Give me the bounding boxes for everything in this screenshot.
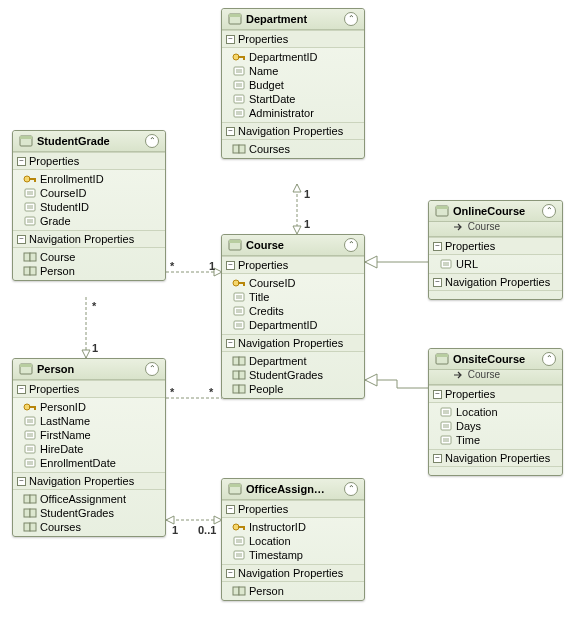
collapse-minus-icon[interactable]: − [226,569,235,578]
entity-header[interactable]: OnlineCourse⌃ [429,201,562,222]
navprop-row[interactable]: Department [222,354,364,368]
section-navprops-header[interactable]: −Navigation Properties [13,230,165,248]
property-row[interactable]: DepartmentID [222,318,364,332]
collapse-minus-icon[interactable]: − [17,385,26,394]
collapse-minus-icon[interactable]: − [433,278,442,287]
property-row[interactable]: LastName [13,414,165,428]
section-navprops-header[interactable]: −Navigation Properties [222,564,364,582]
entity-onsitecourse[interactable]: OnsiteCourse⌃ Course−PropertiesLocationD… [428,348,563,476]
section-navprops-header[interactable]: −Navigation Properties [13,472,165,490]
navprop-row[interactable]: People [222,382,364,396]
property-row[interactable]: Credits [222,304,364,318]
collapse-icon[interactable]: ⌃ [145,362,159,376]
section-navprops-header[interactable]: −Navigation Properties [222,122,364,140]
entity-header[interactable]: OnsiteCourse⌃ [429,349,562,370]
navprop-row[interactable]: Courses [222,142,364,156]
entity-onlinecourse[interactable]: OnlineCourse⌃ Course−PropertiesURL−Navig… [428,200,563,300]
property-row[interactable]: StartDate [222,92,364,106]
entity-officeassignment[interactable]: OfficeAssign…⌃−PropertiesInstructorIDLoc… [221,478,365,601]
section-properties-header[interactable]: −Properties [222,500,364,518]
entity-studentgrade[interactable]: StudentGrade⌃−PropertiesEnrollmentIDCour… [12,130,166,281]
property-row[interactable]: Grade [13,214,165,228]
navprop-label: Courses [40,521,81,533]
collapse-icon[interactable]: ⌃ [542,204,556,218]
property-row[interactable]: Budget [222,78,364,92]
navprop-row[interactable]: Person [222,584,364,598]
property-row[interactable]: URL [429,257,562,271]
collapse-minus-icon[interactable]: − [226,505,235,514]
property-row[interactable]: Administrator [222,106,364,120]
property-label: Budget [249,79,284,91]
property-row[interactable]: EnrollmentID [13,172,165,186]
property-row[interactable]: Days [429,419,562,433]
section-properties-header[interactable]: −Properties [429,237,562,255]
property-row[interactable]: PersonID [13,400,165,414]
svg-rect-52 [20,364,32,367]
entity-header[interactable]: OfficeAssign…⌃ [222,479,364,500]
property-label: Location [456,406,498,418]
section-navprops-header[interactable]: −Navigation Properties [429,449,562,467]
navprop-row[interactable]: Course [13,250,165,264]
navprop-icon [23,521,37,533]
entity-course[interactable]: Course⌃−PropertiesCourseIDTitleCreditsDe… [221,234,365,399]
navprop-row[interactable]: Courses [13,520,165,534]
collapse-minus-icon[interactable]: − [226,127,235,136]
property-row[interactable]: Location [222,534,364,548]
section-properties-header[interactable]: −Properties [222,256,364,274]
property-row[interactable]: CourseID [13,186,165,200]
property-row[interactable]: StudentID [13,200,165,214]
section-properties-header[interactable]: −Properties [13,380,165,398]
section-properties-label: Properties [238,33,288,45]
entity-header[interactable]: Course⌃ [222,235,364,256]
collapse-minus-icon[interactable]: − [17,477,26,486]
collapse-minus-icon[interactable]: − [17,157,26,166]
section-properties-header[interactable]: −Properties [13,152,165,170]
property-row[interactable]: InstructorID [222,520,364,534]
property-icon [232,535,246,547]
collapse-minus-icon[interactable]: − [433,242,442,251]
mult-person-course-left: * [170,386,174,398]
navprop-row[interactable]: StudentGrades [222,368,364,382]
section-navprops-label: Navigation Properties [238,125,343,137]
navprop-row[interactable]: StudentGrades [13,506,165,520]
collapse-minus-icon[interactable]: − [226,35,235,44]
properties-list: EnrollmentIDCourseIDStudentIDGrade [13,170,165,230]
entity-header[interactable]: Department⌃ [222,9,364,30]
section-properties-header[interactable]: −Properties [222,30,364,48]
collapse-minus-icon[interactable]: − [226,261,235,270]
property-row[interactable]: Time [429,433,562,447]
entity-title: OfficeAssign… [246,483,340,495]
collapse-minus-icon[interactable]: − [433,390,442,399]
collapse-minus-icon[interactable]: − [226,339,235,348]
property-row[interactable]: Name [222,64,364,78]
collapse-icon[interactable]: ⌃ [344,238,358,252]
section-navprops-header[interactable]: −Navigation Properties [222,334,364,352]
collapse-icon[interactable]: ⌃ [145,134,159,148]
property-icon [439,406,453,418]
property-row[interactable]: Location [429,405,562,419]
entity-header[interactable]: StudentGrade⌃ [13,131,165,152]
collapse-icon[interactable]: ⌃ [344,12,358,26]
property-row[interactable]: DepartmentID [222,50,364,64]
entity-person[interactable]: Person⌃−PropertiesPersonIDLastNameFirstN… [12,358,166,537]
property-row[interactable]: CourseID [222,276,364,290]
entity-department[interactable]: Department⌃−PropertiesDepartmentIDNameBu… [221,8,365,159]
svg-rect-72 [24,523,30,531]
navprop-row[interactable]: Person [13,264,165,278]
section-properties-header[interactable]: −Properties [429,385,562,403]
collapse-icon[interactable]: ⌃ [344,482,358,496]
property-row[interactable]: EnrollmentDate [13,456,165,470]
property-row[interactable]: HireDate [13,442,165,456]
section-navprops-header[interactable]: −Navigation Properties [429,273,562,291]
property-icon [23,187,37,199]
entity-header[interactable]: Person⌃ [13,359,165,380]
collapse-minus-icon[interactable]: − [433,454,442,463]
navprop-row[interactable]: OfficeAssignment [13,492,165,506]
collapse-minus-icon[interactable]: − [17,235,26,244]
property-label: EnrollmentID [40,173,104,185]
property-row[interactable]: Timestamp [222,548,364,562]
collapse-icon[interactable]: ⌃ [542,352,556,366]
property-row[interactable]: Title [222,290,364,304]
property-row[interactable]: FirstName [13,428,165,442]
property-label: Name [249,65,278,77]
